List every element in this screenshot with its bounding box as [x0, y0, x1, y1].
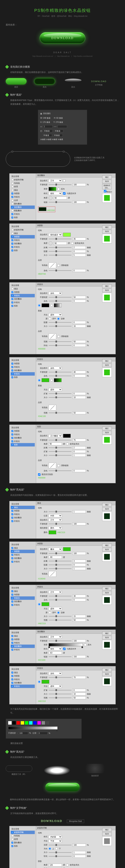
sel[interactable]: 正常	[49, 635, 62, 639]
ls-check[interactable]	[11, 243, 13, 245]
ls-check[interactable]	[11, 250, 13, 251]
radius-tr[interactable]	[54, 129, 63, 132]
ls-check[interactable]	[11, 213, 13, 215]
anti-check[interactable]	[57, 264, 60, 267]
input[interactable]	[73, 655, 86, 658]
new-button[interactable]: 新建样式(W)...	[102, 184, 112, 189]
ls-check[interactable]	[11, 232, 13, 234]
input[interactable]	[73, 567, 86, 570]
ls-check[interactable]	[11, 236, 13, 238]
input[interactable]	[73, 855, 86, 858]
input[interactable]	[73, 563, 86, 566]
r[interactable]	[57, 317, 60, 320]
gradient-bar[interactable]	[49, 643, 83, 646]
c[interactable]	[11, 513, 13, 515]
ls-check[interactable]	[11, 206, 13, 208]
ls-check[interactable]	[11, 246, 13, 248]
ok-button[interactable]: 确定	[102, 225, 112, 229]
cancel-button[interactable]: 取消	[102, 832, 112, 836]
input[interactable]	[73, 595, 86, 597]
input[interactable]	[73, 851, 86, 854]
ls-item[interactable]: 描边	[14, 189, 18, 191]
cancel-button[interactable]: 取消	[102, 431, 112, 434]
c[interactable]	[11, 675, 13, 677]
ls-check[interactable]	[11, 193, 13, 194]
ls-check[interactable]	[11, 210, 13, 212]
ok-button[interactable]: 确定	[102, 503, 112, 507]
input[interactable]	[38, 732, 47, 735]
c[interactable]	[11, 642, 13, 644]
sel[interactable]: 滤色	[49, 367, 62, 370]
input[interactable]	[73, 469, 86, 472]
ls-check[interactable]	[11, 203, 13, 205]
sel[interactable]: 正片叠底	[49, 434, 62, 437]
c[interactable]	[11, 845, 13, 847]
src-radio[interactable]	[50, 304, 53, 307]
radius-tl[interactable]	[43, 129, 53, 132]
preview-check[interactable]	[104, 190, 107, 192]
sel[interactable]: 柔和	[49, 607, 62, 610]
input[interactable]	[73, 446, 86, 449]
input[interactable]	[49, 864, 62, 866]
style-select[interactable]: 线性	[49, 192, 62, 195]
c[interactable]	[11, 547, 13, 549]
ls-check[interactable]	[11, 302, 13, 303]
ls-check[interactable]	[11, 186, 13, 188]
c[interactable]	[11, 437, 13, 439]
input[interactable]	[73, 246, 86, 249]
reverse-check[interactable]	[57, 188, 60, 190]
c[interactable]	[11, 440, 13, 442]
blend-select[interactable]: 正常	[49, 179, 62, 182]
c[interactable]	[66, 443, 69, 445]
color-swatch[interactable]	[49, 530, 56, 534]
input[interactable]	[73, 450, 86, 453]
r[interactable]	[38, 379, 40, 381]
contour-picker[interactable]	[49, 262, 56, 268]
ls-check[interactable]	[11, 288, 13, 290]
dither-check[interactable]	[63, 179, 66, 182]
sel[interactable]: 柔和	[49, 388, 62, 391]
stroke-input[interactable]	[43, 125, 53, 128]
angle-dial[interactable]	[49, 196, 52, 200]
ls-check[interactable]	[11, 196, 13, 198]
r[interactable]	[57, 612, 60, 614]
input[interactable]	[73, 689, 86, 692]
c[interactable]	[63, 648, 66, 650]
c[interactable]	[11, 506, 13, 508]
c[interactable]	[11, 649, 13, 651]
c[interactable]	[11, 561, 13, 563]
opacity-input[interactable]	[73, 183, 86, 186]
input[interactable]	[73, 523, 86, 525]
ok-button[interactable]: 确定	[102, 631, 112, 635]
input[interactable]	[73, 411, 86, 414]
ok-button[interactable]: 确定	[102, 587, 112, 590]
input[interactable]	[73, 254, 86, 256]
r[interactable]	[49, 317, 51, 320]
c[interactable]	[57, 464, 60, 467]
slider[interactable]	[49, 202, 72, 203]
r[interactable]	[49, 612, 51, 614]
r[interactable]	[55, 847, 58, 850]
input[interactable]	[73, 692, 86, 695]
ls-item[interactable]: 斜面和浮雕	[14, 179, 24, 181]
c[interactable]	[11, 838, 13, 840]
ok-button[interactable]: 确定	[102, 828, 112, 832]
ls-check[interactable]	[11, 298, 13, 300]
input[interactable]	[73, 454, 86, 457]
input[interactable]	[73, 371, 86, 374]
c[interactable]	[11, 363, 13, 365]
c[interactable]	[11, 645, 13, 647]
input[interactable]	[73, 439, 86, 441]
cancel-button[interactable]: 取消	[102, 230, 112, 233]
c[interactable]	[11, 557, 13, 559]
c[interactable]	[11, 520, 13, 522]
sel[interactable]: 滤色	[49, 672, 62, 675]
c[interactable]	[11, 434, 13, 435]
c[interactable]	[11, 444, 13, 446]
input[interactable]	[49, 442, 62, 445]
c[interactable]	[11, 366, 13, 368]
input[interactable]	[73, 510, 86, 513]
input[interactable]	[49, 556, 62, 559]
c[interactable]	[11, 635, 13, 637]
gradient-editor-bar[interactable]	[8, 726, 57, 730]
